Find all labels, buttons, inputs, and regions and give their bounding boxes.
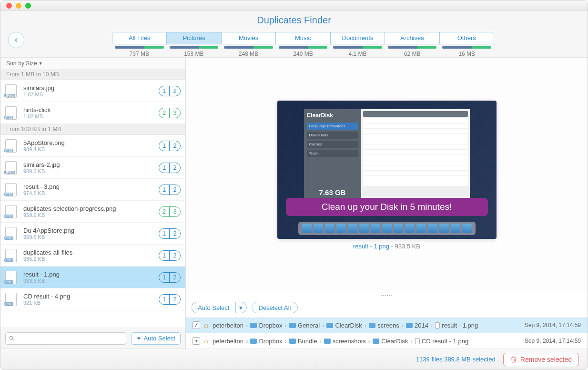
file-icon [415, 338, 420, 344]
folder-icon [250, 323, 257, 328]
duplicate-count-pill[interactable]: 12 [159, 185, 181, 195]
svg-line-1 [12, 339, 14, 340]
tab-size-label: 158 MB [167, 51, 222, 57]
file-icon: PNG [5, 106, 19, 120]
duplicate-count-pill[interactable]: 12 [159, 163, 181, 173]
tab-documents[interactable]: Documents [331, 32, 385, 44]
preview-caption: result - 1.png - 933.5 KB [353, 243, 420, 250]
folder-icon [324, 339, 331, 344]
preview-pane: ClearDisk Language Resources Downloads C… [186, 58, 588, 293]
preview-image: ClearDisk Language Resources Downloads C… [277, 101, 497, 239]
file-row[interactable]: PNGDu 4AppStore.png959.5 KB12 [0, 223, 185, 245]
deselect-all-button[interactable]: Deselect All [252, 302, 298, 313]
sort-dropdown[interactable]: Sort by Size ▼ [0, 58, 185, 69]
duplicate-paths-list: peterbelton›Dropbox›General›ClearDisk›sc… [186, 317, 588, 349]
duplicate-count-pill[interactable]: 12 [159, 294, 181, 305]
detail-toolbar: Auto Select ▾ Deselect All [186, 298, 588, 317]
file-icon: PNG [5, 183, 19, 196]
group-header: From 100 KB to 1 MB [0, 124, 185, 135]
duplicate-count-pill[interactable]: 12 [159, 228, 181, 239]
file-name: duplicates-all-files [23, 249, 159, 256]
duplicate-count-pill[interactable]: 12 [159, 250, 181, 261]
folder-icon [289, 339, 296, 344]
auto-select-combo: Auto Select ▾ [192, 302, 247, 313]
minimize-window-button[interactable] [16, 3, 21, 9]
preview-filename: result - 1.png [353, 243, 389, 250]
caret-down-icon: ▼ [39, 61, 43, 66]
file-row[interactable]: JPEGsimilars-2.jpg989.2 KB12 [0, 157, 185, 179]
file-name: duplicates-selection-progress.png [23, 205, 159, 212]
auto-select-button[interactable]: Auto Select [192, 302, 235, 313]
detail-content: ClearDisk Language Resources Downloads C… [186, 58, 588, 349]
tab-all-files[interactable]: All Files [112, 32, 167, 44]
file-size: 935.2 KB [23, 256, 159, 262]
folder-icon [373, 339, 379, 344]
cleardisk-title: ClearDisk [307, 112, 358, 119]
folder-icon [406, 323, 413, 328]
preview-filesize: 933.5 KB [395, 243, 420, 250]
file-name: similars.jpg [23, 84, 159, 92]
file-size: 974.8 KB [23, 190, 159, 196]
svg-point-0 [10, 336, 13, 339]
tab-size-label: 737 MB [112, 51, 167, 57]
file-size: 959.5 KB [23, 234, 159, 240]
file-icon: PNG [5, 205, 19, 218]
path-checkbox[interactable] [193, 321, 200, 329]
duplicate-count-pill[interactable]: 23 [159, 108, 181, 118]
tab-size-label: 4.1 MB [330, 51, 385, 57]
chevron-down-icon: ▾ [239, 304, 243, 311]
file-list[interactable]: From 1 MB to 10 MBJPEGsimilars.jpg1.07 M… [0, 69, 185, 328]
zoom-window-button[interactable] [25, 3, 31, 9]
auto-select-sidebar-button[interactable]: ✦ Auto Select [131, 332, 181, 345]
back-button[interactable] [8, 32, 24, 48]
duplicate-count-pill[interactable]: 12 [159, 272, 181, 283]
close-window-button[interactable] [6, 3, 12, 9]
titlebar [0, 0, 588, 11]
file-icon: JPEG [5, 161, 19, 175]
sparkle-icon: ✦ [136, 335, 142, 342]
tab-movies[interactable]: Movies [222, 32, 276, 44]
file-row[interactable]: PNGresult - 3.png974.8 KB12 [0, 179, 185, 201]
tab-usage-bars [112, 46, 494, 49]
duplicate-count-pill[interactable]: 12 [159, 141, 181, 151]
tab-archives[interactable]: Archives [385, 32, 439, 44]
pane-drag-handle[interactable]: •••••• [186, 293, 588, 298]
duplicate-path-row[interactable]: peterbelton›Dropbox›Bundle›screenshots›C… [186, 333, 588, 349]
duplicate-path-row[interactable]: peterbelton›Dropbox›General›ClearDisk›sc… [186, 317, 588, 333]
file-row[interactable]: PNGduplicates-selection-progress.png959.… [0, 201, 185, 223]
tab-pictures[interactable]: Pictures [167, 32, 221, 44]
path-date: Sep 9, 2014, 17:14:59 [525, 322, 581, 329]
file-row[interactable]: PNGresult - 1.png933.5 KB12 [0, 267, 185, 288]
path-date: Sep 9, 2014, 17:14:59 [525, 338, 581, 344]
tab-size-label: 249 MB [276, 51, 331, 57]
tab-bar [330, 46, 385, 49]
file-row[interactable]: PNGCD result - 4.png921 KB12 [0, 288, 185, 310]
chevron-left-icon [13, 37, 20, 43]
auto-select-dropdown[interactable]: ▾ [235, 302, 247, 313]
breadcrumb: peterbelton›Dropbox›Bundle›screenshots›C… [204, 338, 521, 345]
file-icon: PNG [5, 139, 19, 153]
app-window: Duplicates Finder All FilesPicturesMovie… [0, 0, 588, 370]
tab-music[interactable]: Music [276, 32, 330, 44]
tab-size-labels: 737 MB158 MB248 MB249 MB4.1 MB62 MB16 MB [112, 51, 494, 57]
file-row[interactable]: PNGduplicates-all-files935.2 KB12 [0, 245, 185, 267]
tab-bar [112, 46, 167, 49]
file-row[interactable]: JPEGsimilars.jpg1.07 MB12 [0, 80, 185, 102]
duplicate-count-pill[interactable]: 12 [159, 86, 181, 96]
file-icon: PNG [5, 293, 19, 306]
file-list-sidebar: Sort by Size ▼ From 1 MB to 10 MBJPEGsim… [0, 58, 186, 349]
sort-label: Sort by Size [6, 60, 37, 67]
path-checkbox[interactable] [193, 337, 200, 345]
tab-bar [385, 46, 440, 49]
tab-bar [167, 46, 222, 49]
file-row[interactable]: PNG5AppStore.png989.4 KB12 [0, 135, 185, 157]
remove-selected-button[interactable]: Remove selected [503, 353, 579, 366]
duplicate-count-pill[interactable]: 23 [159, 206, 181, 217]
file-row[interactable]: PNGhints-click1.02 MB23 [0, 102, 185, 124]
tab-others[interactable]: Others [440, 32, 494, 44]
folder-icon [369, 323, 375, 328]
search-input[interactable] [5, 332, 126, 345]
search-icon [9, 335, 15, 341]
file-name: hints-click [23, 106, 159, 113]
file-name: similars-2.jpg [23, 161, 159, 168]
